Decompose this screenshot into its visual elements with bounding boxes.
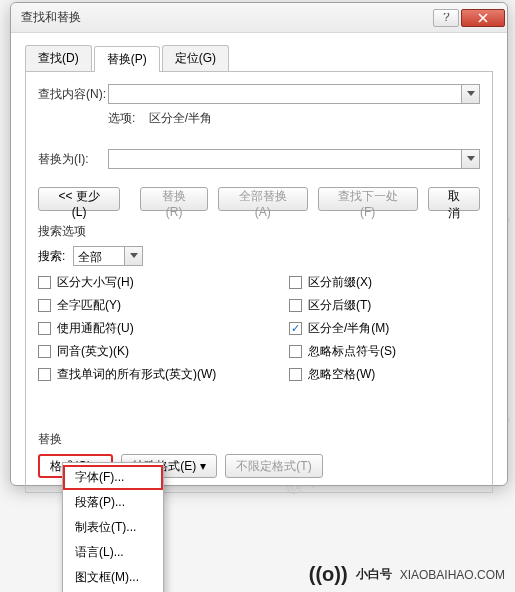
checkbox-box-icon (289, 345, 302, 358)
checkbox-box-icon (38, 299, 51, 312)
find-label: 查找内容(N): (38, 86, 108, 103)
checkbox-right-3[interactable]: 忽略标点符号(S) (289, 343, 480, 360)
checkbox-left-1[interactable]: 全字匹配(Y) (38, 297, 229, 314)
checkbox-label: 同音(英文)(K) (57, 343, 129, 360)
checkbox-box-icon (289, 322, 302, 335)
replace-all-button[interactable]: 全部替换(A) (218, 187, 308, 211)
replace-button[interactable]: 替换(R) (140, 187, 208, 211)
search-scope-label: 搜索: (38, 248, 65, 265)
search-options-title: 搜索选项 (38, 223, 480, 240)
checkbox-box-icon (38, 345, 51, 358)
svg-text:?: ? (443, 13, 450, 23)
replace-input[interactable] (109, 150, 461, 168)
find-next-button[interactable]: 查找下一处(F) (318, 187, 418, 211)
format-menu-item-1[interactable]: 段落(P)... (63, 490, 163, 515)
checkbox-box-icon (38, 276, 51, 289)
checkbox-box-icon (38, 368, 51, 381)
tab-panel: 查找内容(N): 选项: 区分全/半角 替换为(I): (25, 72, 493, 493)
help-button[interactable]: ? (433, 9, 459, 27)
checkbox-left-3[interactable]: 同音(英文)(K) (38, 343, 229, 360)
checkbox-label: 忽略标点符号(S) (308, 343, 396, 360)
find-replace-dialog: 查找和替换 ? 查找(D) 替换(P) 定位(G) 查找内容(N): (10, 2, 508, 486)
checkbox-right-1[interactable]: 区分后缀(T) (289, 297, 480, 314)
checkbox-label: 区分全/半角(M) (308, 320, 389, 337)
format-menu-item-2[interactable]: 制表位(T)... (63, 515, 163, 540)
watermark: ((o)) 小白号 XIAOBAIHAO.COM (309, 563, 505, 586)
search-scope-select[interactable]: 全部 (73, 246, 143, 266)
checkbox-col-right: 区分前缀(X)区分后缀(T)区分全/半角(M)忽略标点符号(S)忽略空格(W) (289, 274, 480, 389)
caret-down-icon: ▾ (200, 459, 206, 473)
dialog-title: 查找和替换 (21, 9, 81, 26)
options-value: 区分全/半角 (149, 111, 212, 125)
replace-history-dropdown[interactable] (461, 150, 479, 168)
tab-bar: 查找(D) 替换(P) 定位(G) (25, 45, 493, 72)
tab-find[interactable]: 查找(D) (25, 45, 92, 71)
checkbox-left-2[interactable]: 使用通配符(U) (38, 320, 229, 337)
wifi-icon: ((o)) (309, 563, 348, 586)
checkbox-box-icon (289, 368, 302, 381)
checkbox-label: 区分后缀(T) (308, 297, 371, 314)
checkbox-label: 忽略空格(W) (308, 366, 375, 383)
checkbox-box-icon (38, 322, 51, 335)
checkbox-label: 使用通配符(U) (57, 320, 134, 337)
format-menu-item-3[interactable]: 语言(L)... (63, 540, 163, 565)
checkbox-right-4[interactable]: 忽略空格(W) (289, 366, 480, 383)
titlebar: 查找和替换 ? (11, 3, 507, 33)
format-menu-item-0[interactable]: 字体(F)... (63, 465, 163, 490)
replace-section-title: 替换 (38, 431, 480, 448)
replace-input-wrap (108, 149, 480, 169)
checkbox-label: 全字匹配(Y) (57, 297, 121, 314)
search-scope-dropdown-icon (124, 247, 142, 265)
checkbox-box-icon (289, 276, 302, 289)
no-format-button[interactable]: 不限定格式(T) (225, 454, 322, 478)
checkbox-label: 区分前缀(X) (308, 274, 372, 291)
checkbox-label: 查找单词的所有形式(英文)(W) (57, 366, 216, 383)
checkbox-right-0[interactable]: 区分前缀(X) (289, 274, 480, 291)
cancel-button[interactable]: 取消 (428, 187, 480, 211)
options-label: 选项: (108, 111, 135, 125)
replace-label: 替换为(I): (38, 151, 108, 168)
checkbox-right-2[interactable]: 区分全/半角(M) (289, 320, 480, 337)
checkbox-col-left: 区分大小写(H)全字匹配(Y)使用通配符(U)同音(英文)(K)查找单词的所有形… (38, 274, 229, 389)
find-history-dropdown[interactable] (461, 85, 479, 103)
format-menu: 字体(F)...段落(P)...制表位(T)...语言(L)...图文框(M).… (62, 462, 164, 592)
checkbox-left-0[interactable]: 区分大小写(H) (38, 274, 229, 291)
close-button[interactable] (461, 9, 505, 27)
tab-replace[interactable]: 替换(P) (94, 46, 160, 72)
checkbox-left-4[interactable]: 查找单词的所有形式(英文)(W) (38, 366, 229, 383)
tab-goto[interactable]: 定位(G) (162, 45, 229, 71)
find-input[interactable] (109, 85, 461, 103)
search-scope-value: 全部 (74, 247, 124, 265)
checkbox-label: 区分大小写(H) (57, 274, 134, 291)
format-menu-item-4[interactable]: 图文框(M)... (63, 565, 163, 590)
less-button[interactable]: << 更少(L) (38, 187, 120, 211)
watermark-brand: 小白号 (356, 566, 392, 583)
find-input-wrap (108, 84, 480, 104)
watermark-url: XIAOBAIHAO.COM (400, 568, 505, 582)
checkbox-box-icon (289, 299, 302, 312)
